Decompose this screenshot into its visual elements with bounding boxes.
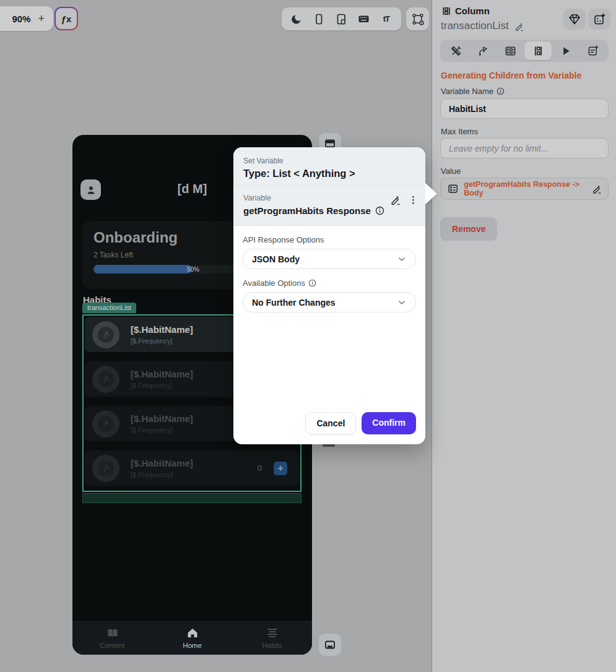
variable-actions: ⋮ xyxy=(389,194,418,205)
available-options-label: Available Options xyxy=(243,278,416,288)
set-variable-modal: Set Variable Type: List < Anything > Var… xyxy=(233,147,425,444)
modal-footer: Cancel Confirm xyxy=(305,412,416,434)
confirm-button[interactable]: Confirm xyxy=(362,412,416,434)
modal-header: Set Variable Type: List < Anything > xyxy=(233,147,425,186)
info-icon[interactable] xyxy=(308,279,316,287)
app-builder: 90% + ƒx tT xyxy=(0,0,616,672)
modal-body: API Response Options JSON Body Available… xyxy=(233,226,425,312)
modal-pointer-arrow xyxy=(425,183,437,205)
variable-value: getProgramHabits Response xyxy=(243,205,415,216)
cancel-button[interactable]: Cancel xyxy=(305,412,356,434)
available-options-select[interactable]: No Further Changes xyxy=(243,292,416,312)
modal-eyebrow: Set Variable xyxy=(243,157,415,165)
info-icon[interactable] xyxy=(375,206,384,215)
api-response-options-label: API Response Options xyxy=(243,235,416,244)
api-response-options-select[interactable]: JSON Body xyxy=(243,249,416,269)
chevron-down-icon xyxy=(397,298,407,308)
variable-section: Variable getProgramHabits Response ⋮ xyxy=(233,186,425,226)
modal-title: Type: List < Anything > xyxy=(243,168,415,179)
edit-pencil-icon[interactable] xyxy=(389,194,401,205)
more-options-icon[interactable]: ⋮ xyxy=(409,195,418,204)
chevron-down-icon xyxy=(397,254,407,264)
